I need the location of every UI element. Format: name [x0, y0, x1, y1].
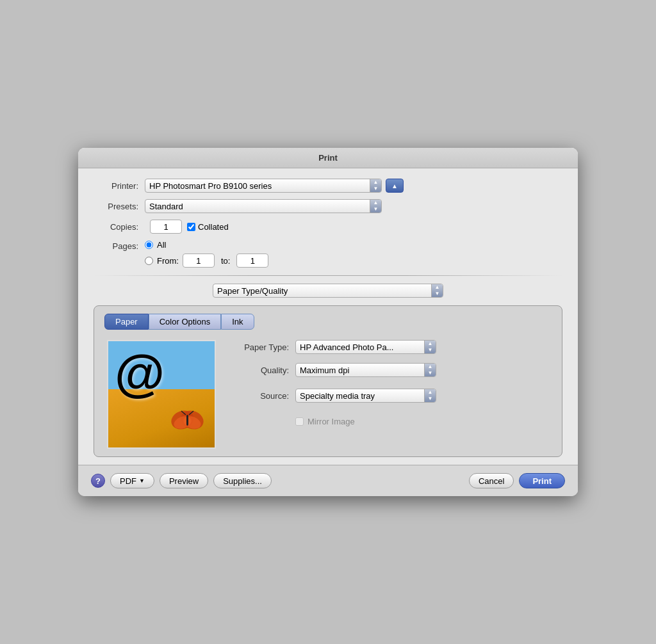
pages-all-row: All [145, 240, 268, 250]
mirror-image-checkbox[interactable] [295, 417, 304, 426]
cancel-label: Cancel [479, 476, 504, 486]
presets-select[interactable]: Standard [145, 199, 382, 213]
tab-bar: Paper Color Options Ink [102, 314, 554, 330]
panel-select-container: Paper Type/Quality ▲ ▼ [213, 284, 443, 298]
pdf-button[interactable]: PDF ▼ [110, 473, 154, 488]
pages-to-label: to: [221, 256, 230, 266]
printer-controls: HP Photosmart Pro B9100 series ▲ ▼ ▲ [145, 179, 404, 193]
presets-label: Presets: [94, 202, 138, 211]
paper-options: Paper Type: HP Advanced Photo Pa... ▲ ▼ [231, 340, 549, 426]
quality-label: Quality: [231, 366, 289, 375]
tab-paper[interactable]: Paper [104, 314, 149, 330]
printer-label: Printer: [94, 181, 138, 191]
presets-select-container: Standard ▲ ▼ [145, 199, 382, 213]
supplies-button[interactable]: Supplies... [213, 473, 272, 488]
preview-button[interactable]: Preview [160, 473, 208, 488]
tab-content-paper: @ Paper Type: [102, 340, 554, 449]
pages-all-label: All [157, 240, 166, 250]
printer-row: Printer: HP Photosmart Pro B9100 series … [94, 179, 562, 193]
copies-row: Copies: Collated [94, 220, 562, 234]
supplies-label: Supplies... [223, 476, 262, 486]
pages-all-radio[interactable] [145, 241, 153, 249]
panel-dropdown[interactable]: Paper Type/Quality [213, 284, 443, 298]
paper-type-select-container: HP Advanced Photo Pa... ▲ ▼ [295, 340, 436, 354]
dialog-title: Print [318, 153, 338, 163]
presets-row: Presets: Standard ▲ ▼ [94, 199, 562, 213]
print-dialog: Print Printer: HP Photosmart Pro B9100 s… [78, 148, 578, 496]
paper-type-select[interactable]: HP Advanced Photo Pa... [295, 340, 436, 354]
help-label: ? [95, 476, 101, 486]
pdf-label: PDF [120, 476, 136, 486]
pages-to-input[interactable] [236, 254, 268, 268]
svg-rect-4 [186, 415, 188, 426]
print-label: Print [532, 476, 552, 486]
printer-expand-button[interactable]: ▲ [386, 179, 404, 193]
preview-label: Preview [169, 476, 199, 486]
tabs-container: Paper Color Options Ink @ [94, 305, 562, 457]
collated-text: Collated [198, 222, 229, 232]
tab-ink[interactable]: Ink [221, 314, 254, 330]
source-select-container: Specialty media tray Main tray ▲ ▼ [295, 389, 436, 403]
cancel-button[interactable]: Cancel [469, 473, 514, 488]
dialog-footer: ? PDF ▼ Preview Supplies... Cancel Print [78, 465, 578, 496]
help-button[interactable]: ? [91, 474, 105, 488]
source-label: Source: [231, 391, 289, 401]
quality-select[interactable]: Maximum dpi Normal Draft [295, 363, 436, 377]
collated-label: Collated [187, 222, 229, 232]
pages-from-input[interactable] [183, 254, 215, 268]
paper-type-row: Paper Type: HP Advanced Photo Pa... ▲ ▼ [231, 340, 549, 354]
divider-1 [94, 275, 562, 276]
copies-input[interactable] [150, 220, 182, 234]
printer-select[interactable]: HP Photosmart Pro B9100 series [145, 179, 382, 193]
butterfly-icon [170, 406, 205, 435]
pages-label: Pages: [94, 240, 138, 251]
quality-select-container: Maximum dpi Normal Draft ▲ ▼ [295, 363, 436, 377]
mirror-image-label: Mirror Image [308, 417, 355, 426]
printer-select-container: HP Photosmart Pro B9100 series ▲ ▼ [145, 179, 382, 193]
print-button[interactable]: Print [519, 473, 565, 488]
pages-row: Pages: All From: to: [94, 240, 562, 268]
panel-select-row: Paper Type/Quality ▲ ▼ [94, 284, 562, 298]
dialog-body: Printer: HP Photosmart Pro B9100 series … [78, 168, 578, 457]
source-select[interactable]: Specialty media tray Main tray [295, 389, 436, 403]
print-preview: @ [107, 340, 216, 449]
paper-type-label: Paper Type: [231, 342, 289, 352]
pdf-arrow-icon: ▼ [139, 478, 145, 484]
pages-from-label: From: [157, 256, 179, 266]
at-icon: @ [115, 348, 165, 399]
pages-options: All From: to: [145, 240, 268, 268]
mirror-image-row: Mirror Image [295, 417, 549, 426]
tab-color-options[interactable]: Color Options [149, 314, 221, 330]
source-row: Source: Specialty media tray Main tray ▲… [231, 389, 549, 403]
copies-label: Copies: [94, 222, 138, 232]
pages-from-row: From: to: [145, 254, 268, 268]
title-bar: Print [78, 148, 578, 168]
quality-row: Quality: Maximum dpi Normal Draft ▲ ▼ [231, 363, 549, 377]
collated-checkbox[interactable] [187, 223, 195, 231]
pages-from-radio[interactable] [145, 257, 153, 265]
